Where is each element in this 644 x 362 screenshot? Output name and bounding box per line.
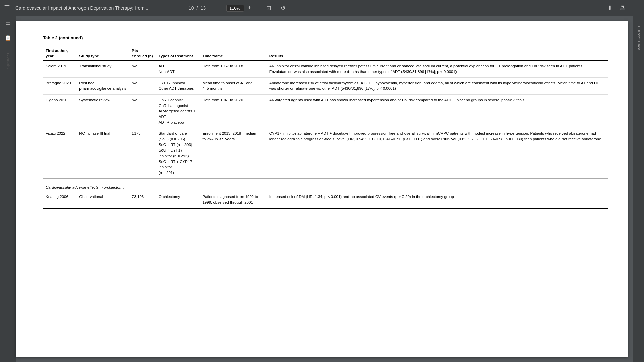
zoom-value[interactable]: 110% xyxy=(226,5,244,12)
table-cell: Higano 2020 xyxy=(43,95,76,128)
col-treatment: Types of treatment xyxy=(156,46,200,61)
zoom-decrease-button[interactable]: − xyxy=(217,4,224,12)
table-cell: Enrollment 2013–2018, median follow-up 3… xyxy=(200,128,266,178)
page-content: Table 2 (continued) First author, year S… xyxy=(16,21,628,357)
print-button[interactable]: 🖶 xyxy=(617,4,627,12)
table-cell: Standard of care (SoC) (n = 296) SoC + R… xyxy=(156,128,200,178)
toolbar-right-actions: ⬇ 🖶 ⋮ xyxy=(605,4,640,12)
document-page: Table 2 (continued) First author, year S… xyxy=(16,21,628,357)
table-row: Fizazi 2022RCT phase III trial1173Standa… xyxy=(43,128,608,178)
table-cell: Data from 1941 to 2020 xyxy=(200,95,266,128)
table-header-row: First author, year Study type Pts enroll… xyxy=(43,46,608,61)
table-cell: ADT Non-ADT xyxy=(156,61,200,77)
table-cell: RCT phase III trial xyxy=(76,128,129,178)
page-total: 13 xyxy=(200,5,206,11)
menu-icon[interactable]: ☰ xyxy=(4,5,10,11)
col-study-type: Study type xyxy=(76,46,129,61)
table-cell: Orchiectomy xyxy=(156,191,200,208)
table-row: Salem 2019Translational studyn/aADT Non-… xyxy=(43,61,608,77)
right-panel: Current Onco... xyxy=(633,16,644,362)
table-cell: n/a xyxy=(129,77,156,94)
table-cell: n/a xyxy=(129,95,156,128)
col-pts: Pts enrolled (n) xyxy=(129,46,156,61)
table-cell: Mean time to onset of AT and HF ~ 4–5 mo… xyxy=(200,77,266,94)
table-cell: 1173 xyxy=(129,128,156,178)
main-table: First author, year Study type Pts enroll… xyxy=(43,46,608,209)
toolbar: ☰ Cardiovascular Impact of Androgen Depr… xyxy=(0,0,644,16)
table-cell: Patients diagnosed from 1992 to 1999, ob… xyxy=(200,191,266,208)
toolbar-divider-2 xyxy=(259,4,259,12)
springer-label: Springer xyxy=(6,52,10,69)
download-button[interactable]: ⬇ xyxy=(605,4,614,12)
table-cell: CYP17 inhibitor Other ADT therapies xyxy=(156,77,200,94)
sidebar-page-icon[interactable]: 📋 xyxy=(3,33,13,43)
right-panel-label: Current Onco... xyxy=(637,26,641,54)
sidebar-menu-icon[interactable]: ☰ xyxy=(4,19,12,30)
table-cell: Bretagne 2020 xyxy=(43,77,76,94)
page-controls: 10 / 13 xyxy=(189,5,206,11)
document-title: Cardiovascular Impact of Androgen Depriv… xyxy=(15,5,183,11)
col-timeframe: Time frame xyxy=(200,46,266,61)
table-cell: Translational study xyxy=(76,61,129,77)
table-cell: GnRH agonist GnRH antagonist AR-targeted… xyxy=(156,95,200,128)
table-cell: CYP17 inhibitor abiraterone + ADT + doce… xyxy=(267,128,608,178)
col-results: Results xyxy=(267,46,608,61)
table-cell: Increased risk of DM (HR, 1.34; p < 0.00… xyxy=(267,191,608,208)
table-row: Keating 2006Observational73,196Orchiecto… xyxy=(43,191,608,208)
table-cell: Abiraterone increased risk of atrial tac… xyxy=(267,77,608,94)
toolbar-divider xyxy=(211,4,211,12)
table-cell: Systematic review xyxy=(76,95,129,128)
left-sidebar: ☰ 📋 Springer xyxy=(0,16,16,362)
col-author: First author, year xyxy=(43,46,76,61)
table-cell: n/a xyxy=(129,61,156,77)
zoom-increase-button[interactable]: + xyxy=(246,4,254,12)
zoom-controls: − 110% + xyxy=(217,4,253,12)
history-button[interactable]: ↺ xyxy=(279,4,288,12)
more-options-button[interactable]: ⋮ xyxy=(630,4,640,12)
table-cell: Keating 2006 xyxy=(43,191,76,208)
table-cell: Salem 2019 xyxy=(43,61,76,77)
page-separator: / xyxy=(197,5,198,11)
page-current[interactable]: 10 xyxy=(189,5,194,11)
table-cell: Data from 1967 to 2018 xyxy=(200,61,266,77)
viewer-area: ☰ 📋 Springer Table 2 (continued) First a… xyxy=(0,16,644,362)
table-cell: Observational xyxy=(76,191,129,208)
table-cell: Post hoc pharmacovigilance analysis xyxy=(76,77,129,94)
table-cell: AR inhibitor enzalutamide inhibited dela… xyxy=(267,61,608,77)
table-row: Higano 2020Systematic reviewn/aGnRH agon… xyxy=(43,95,608,128)
table-cell: AR-targeted agents used with ADT has sho… xyxy=(267,95,608,128)
table-row: Bretagne 2020Post hoc pharmacovigilance … xyxy=(43,77,608,94)
table-title: Table 2 (continued) xyxy=(43,35,608,41)
table-cell: 73,196 xyxy=(129,191,156,208)
table-cell: Fizazi 2022 xyxy=(43,128,76,178)
section-header-row: Cardiovascular adverse effects in orchie… xyxy=(43,178,608,191)
fit-page-button[interactable]: ⊡ xyxy=(264,4,273,12)
